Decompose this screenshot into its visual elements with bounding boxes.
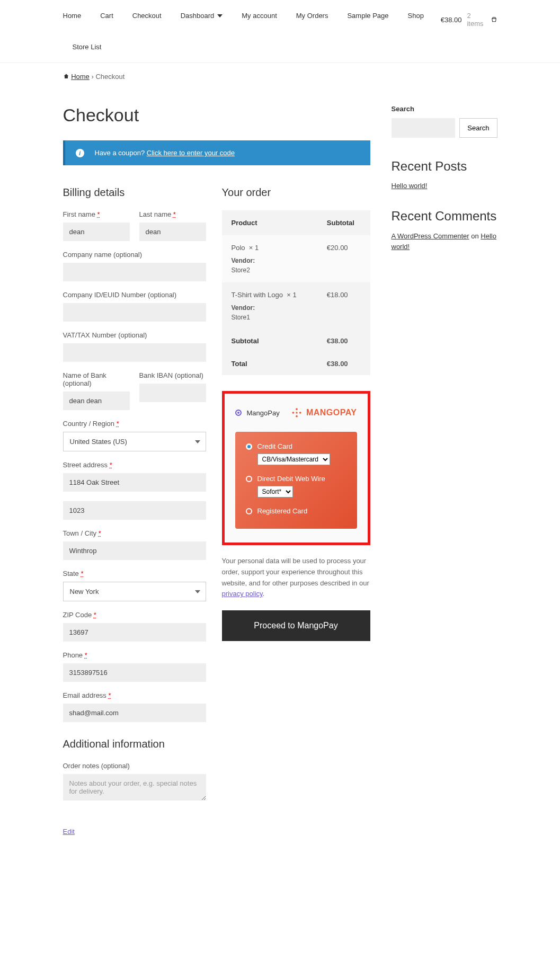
cart-summary[interactable]: €38.00 2 items — [441, 0, 497, 39]
edit-link[interactable]: Edit — [63, 828, 75, 835]
payment-method-label: MangoPay — [247, 409, 280, 417]
credit-card-option[interactable]: Credit Card — [246, 442, 346, 450]
city-input[interactable] — [63, 541, 206, 560]
nav-checkout[interactable]: Checkout — [123, 0, 171, 31]
subtotal-col-header: Subtotal — [317, 210, 370, 235]
mangopay-logo: MANGOPAY — [291, 407, 357, 418]
breadcrumb-home[interactable]: Home — [71, 73, 90, 81]
order-row: T-Shirt with Logo × 1 Vendor:Store1 €18.… — [222, 282, 370, 330]
nav-my-account[interactable]: My account — [232, 0, 286, 31]
credit-card-label: Credit Card — [257, 442, 292, 450]
subtotal-label: Subtotal — [222, 330, 317, 352]
order-table: Product Subtotal Polo × 1 Vendor:Store2 … — [222, 210, 370, 375]
recent-post-link[interactable]: Hello world! — [392, 182, 428, 190]
vat-label: VAT/TAX Number (optional) — [63, 331, 206, 339]
commenter-link[interactable]: A WordPress Commenter — [392, 232, 469, 240]
email-label: Email address * — [63, 691, 206, 699]
breadcrumb-current: Checkout — [95, 73, 125, 81]
svg-rect-2 — [292, 412, 295, 414]
company-id-input[interactable] — [63, 303, 206, 322]
registered-card-label: Registered Card — [257, 507, 308, 515]
city-label: Town / City * — [63, 529, 206, 537]
proceed-button[interactable]: Proceed to MangoPay — [222, 610, 370, 641]
phone-label: Phone * — [63, 651, 206, 659]
info-icon: i — [76, 149, 84, 157]
coupon-prompt: Have a coupon? — [95, 149, 147, 157]
direct-debit-label: Direct Debit Web Wire — [257, 475, 325, 483]
breadcrumb: Home › Checkout — [63, 63, 497, 90]
notes-label: Order notes (optional) — [63, 762, 206, 770]
nav-sample-page[interactable]: Sample Page — [337, 0, 398, 31]
order-row: Polo × 1 Vendor:Store2 €20.00 — [222, 235, 370, 282]
radio-on-icon — [246, 443, 252, 450]
home-icon — [63, 73, 69, 79]
item-price: €18.00 — [317, 282, 370, 330]
item-name: Polo — [232, 244, 245, 252]
coupon-notice: i Have a coupon? Click here to enter you… — [63, 140, 370, 165]
nav-dashboard[interactable]: Dashboard — [171, 0, 233, 31]
last-name-input[interactable] — [139, 223, 206, 241]
email-input[interactable] — [63, 704, 206, 722]
phone-input[interactable] — [63, 663, 206, 682]
search-input[interactable] — [392, 118, 456, 138]
registered-card-option[interactable]: Registered Card — [246, 507, 346, 515]
company-input[interactable] — [63, 263, 206, 281]
svg-rect-0 — [296, 408, 298, 411]
bank-name-input[interactable] — [63, 392, 130, 410]
coupon-link[interactable]: Click here to enter your code — [147, 149, 235, 157]
svg-rect-1 — [296, 415, 298, 417]
street2-input[interactable] — [63, 501, 206, 520]
total-value: €38.00 — [317, 352, 370, 375]
item-price: €20.00 — [317, 235, 370, 282]
search-button[interactable]: Search — [459, 118, 497, 138]
bank-iban-input[interactable] — [139, 384, 206, 402]
first-name-input[interactable] — [63, 223, 130, 241]
svg-point-4 — [296, 412, 297, 413]
cart-total: €38.00 — [441, 16, 462, 24]
state-label: State * — [63, 570, 206, 577]
vendor-name: Store1 — [232, 314, 250, 321]
street-label: Street address * — [63, 461, 206, 469]
radio-off-icon — [246, 476, 252, 482]
nav-home[interactable]: Home — [63, 0, 91, 31]
country-select[interactable]: United States (US) — [63, 432, 206, 451]
billing-heading: Billing details — [63, 186, 206, 199]
privacy-link[interactable]: privacy policy — [222, 590, 263, 598]
notes-textarea[interactable] — [63, 774, 206, 801]
nav-cart[interactable]: Cart — [91, 0, 123, 31]
search-heading: Search — [392, 105, 497, 113]
street1-input[interactable] — [63, 473, 206, 492]
nav-shop[interactable]: Shop — [398, 0, 433, 31]
payment-options-panel: Credit Card CB/Visa/Mastercard Direct De… — [235, 432, 357, 529]
comment-on: on — [469, 232, 481, 240]
zip-label: ZIP Code * — [63, 611, 206, 619]
subtotal-value: €38.00 — [317, 330, 370, 352]
credit-card-select[interactable]: CB/Visa/Mastercard — [257, 454, 330, 465]
payment-method-mangopay[interactable]: MangoPay — [235, 409, 280, 417]
mangopay-logo-text: MANGOPAY — [306, 408, 357, 417]
vendor-label: Vendor: — [232, 257, 308, 264]
state-select[interactable]: New York — [63, 582, 206, 601]
cart-item-count: 2 items — [467, 12, 485, 28]
nav-dashboard-label: Dashboard — [181, 12, 215, 20]
direct-debit-option[interactable]: Direct Debit Web Wire — [246, 475, 346, 483]
chevron-down-icon — [217, 13, 223, 19]
total-label: Total — [222, 352, 317, 375]
payment-section: MangoPay MANGOPAY Credit C — [222, 391, 370, 545]
order-heading: Your order — [222, 186, 370, 199]
radio-selected-icon — [235, 410, 242, 416]
nav-my-orders[interactable]: My Orders — [287, 0, 338, 31]
company-id-label: Company ID/EUID Number (optional) — [63, 291, 206, 299]
zip-input[interactable] — [63, 623, 206, 642]
last-name-label: Last name * — [139, 210, 206, 218]
direct-debit-select[interactable]: Sofort* — [257, 486, 293, 497]
vat-input[interactable] — [63, 343, 206, 362]
basket-icon — [491, 15, 497, 24]
item-qty: × 1 — [249, 244, 259, 252]
vendor-name: Store2 — [232, 266, 250, 274]
bank-iban-label: Bank IBAN (optional) — [139, 371, 206, 379]
company-label: Company name (optional) — [63, 251, 206, 259]
item-qty: × 1 — [287, 291, 296, 299]
nav-store-list[interactable]: Store List — [63, 31, 111, 63]
vendor-label: Vendor: — [232, 304, 308, 312]
